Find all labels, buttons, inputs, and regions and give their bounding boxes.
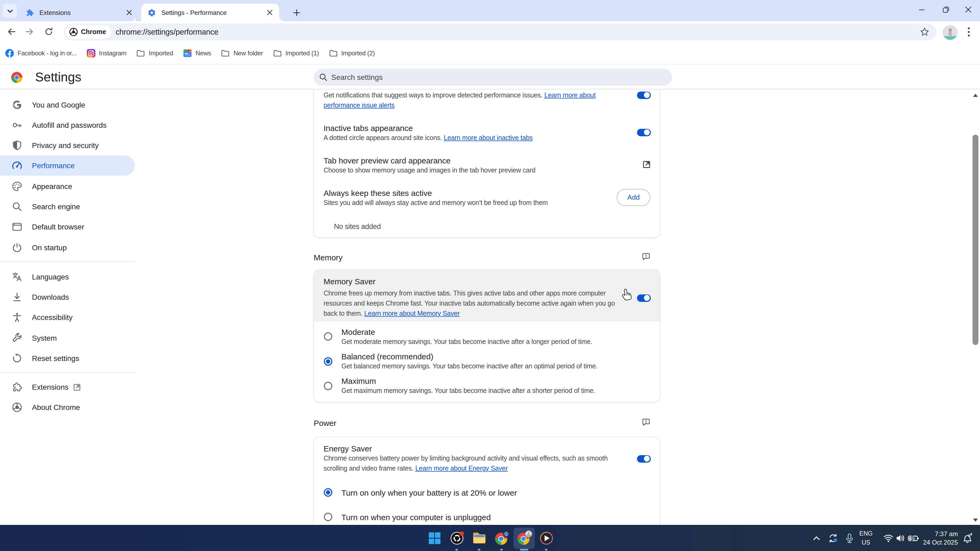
bookmark-folder-imported-2[interactable]: Imported (2) <box>329 49 375 57</box>
address-bar[interactable]: Chrome chrome://settings/performance <box>64 24 936 40</box>
forward-button[interactable] <box>22 24 37 39</box>
chrome-icon <box>513 527 535 549</box>
profile-avatar[interactable] <box>942 25 957 40</box>
radio-battery-20[interactable] <box>324 488 332 497</box>
taskbar-file-explorer-icon[interactable] <box>468 527 490 549</box>
tab-search-button[interactable] <box>3 4 17 18</box>
sidebar-item-downloads[interactable]: Downloads <box>0 287 135 307</box>
window-close-button[interactable] <box>956 0 980 19</box>
tab-close-button[interactable] <box>265 8 274 17</box>
memory-saver-row[interactable]: Memory Saver Chrome frees up memory from… <box>314 270 660 321</box>
new-tab-button[interactable] <box>290 6 304 20</box>
site-chip[interactable]: Chrome <box>65 25 111 39</box>
scrollbar-up-arrow[interactable] <box>971 91 980 100</box>
feedback-icon[interactable] <box>642 418 650 426</box>
sidebar-item-accessibility[interactable]: Accessibility <box>0 307 135 327</box>
sidebar-item-on-startup[interactable]: On startup <box>0 237 135 257</box>
battery-20-option[interactable]: Turn on only when your battery is at 20%… <box>341 487 517 497</box>
tray-language-indicator[interactable]: ENG US <box>857 529 875 547</box>
taskbar-chrome-2-icon-active[interactable] <box>513 527 535 549</box>
puzzle-icon <box>12 382 22 392</box>
sidebar-item-privacy[interactable]: Privacy and security <box>0 135 135 156</box>
balanced-option[interactable]: Balanced (recommended) Get balanced memo… <box>341 351 598 372</box>
option-description: Get balanced memory savings. Your tabs b… <box>341 362 598 372</box>
tab-extensions[interactable]: Extensions <box>19 4 138 21</box>
sidebar-item-about-chrome[interactable]: About Chrome <box>0 397 135 418</box>
start-button[interactable] <box>424 527 445 549</box>
memory-saver-link[interactable]: Learn more about Memory Saver <box>364 310 460 317</box>
tray-sync-icon[interactable] <box>828 533 838 543</box>
window-restore-button[interactable] <box>934 0 958 19</box>
energy-saver-link[interactable]: Learn more about Energy Saver <box>415 465 508 472</box>
sidebar-item-system[interactable]: System <box>0 328 135 348</box>
settings-search-placeholder: Search settings <box>331 69 383 86</box>
bookmark-facebook[interactable]: Facebook - log in or... <box>5 49 77 57</box>
moderate-option[interactable]: Moderate Get moderate memory savings. Yo… <box>341 327 592 347</box>
maximum-option[interactable]: Maximum Get maximum memory savings. Your… <box>341 376 595 396</box>
sidebar-item-performance[interactable]: Performance <box>0 156 135 176</box>
tab-strip: Extensions Settings - Performance <box>0 0 980 21</box>
bookmark-folder-imported[interactable]: Imported <box>137 49 173 57</box>
unplugged-option[interactable]: Turn on when your computer is unplugged <box>341 512 491 522</box>
tab-title: Extensions <box>40 9 121 16</box>
bookmark-folder-new-folder[interactable]: New folder <box>221 49 263 57</box>
back-button[interactable] <box>4 24 19 39</box>
tray-chevron-up[interactable] <box>811 533 822 543</box>
sidebar-item-default-browser[interactable]: Default browser <box>0 217 135 237</box>
memory-saver-toggle[interactable] <box>637 294 651 302</box>
browser-window-icon <box>12 221 22 232</box>
radio-unplugged[interactable] <box>324 513 332 521</box>
tray-microphone-icon[interactable] <box>844 533 854 543</box>
three-dot-menu-icon <box>968 27 970 37</box>
feedback-icon[interactable] <box>642 252 650 260</box>
inactive-tabs-toggle[interactable] <box>637 129 651 136</box>
scrollbar-down-arrow[interactable] <box>971 515 980 524</box>
taskbar-chrome-1-icon[interactable] <box>491 527 512 549</box>
taskbar-media-player-icon[interactable] <box>536 527 557 549</box>
option-title: Maximum <box>341 376 595 386</box>
sidebar-item-search-engine[interactable]: Search engine <box>0 197 135 217</box>
sidebar-item-extensions[interactable]: Extensions <box>0 377 135 397</box>
bookmark-folder-imported-1[interactable]: Imported (1) <box>273 49 319 57</box>
tray-wifi-icon[interactable] <box>883 533 894 543</box>
sidebar-item-appearance[interactable]: Appearance <box>0 176 135 197</box>
tab-settings-performance[interactable]: Settings - Performance <box>141 4 279 21</box>
radio-balanced[interactable] <box>324 357 332 365</box>
sidebar-item-label: Default browser <box>32 222 84 231</box>
tab-close-button[interactable] <box>125 8 133 17</box>
bookmark-star-icon[interactable] <box>920 27 929 37</box>
window-minimize-button[interactable] <box>909 0 934 19</box>
page-scrollbar[interactable] <box>971 89 980 526</box>
scrollbar-thumb[interactable] <box>972 135 978 345</box>
clock-date: 24 Oct 2025 <box>923 538 958 547</box>
browser-toolbar: Chrome chrome://settings/performance <box>0 21 980 42</box>
inactive-tabs-link[interactable]: Learn more about inactive tabs <box>444 134 533 141</box>
tray-battery-icon[interactable] <box>908 533 918 543</box>
tray-clock[interactable]: 7:37 am 24 Oct 2025 <box>923 529 958 547</box>
add-site-button[interactable]: Add <box>617 189 650 206</box>
settings-search-box[interactable]: Search settings <box>314 69 672 86</box>
radio-maximum[interactable] <box>324 381 332 390</box>
bookmark-instagram[interactable]: Instagram <box>87 49 126 57</box>
row-description: Sites you add will always stay active an… <box>323 198 548 208</box>
bookmark-news[interactable]: News <box>183 49 211 57</box>
tray-notification-bell[interactable] <box>961 533 972 543</box>
tray-speaker-icon[interactable] <box>895 533 905 543</box>
chrome-logo <box>11 72 22 83</box>
browser-menu-button[interactable] <box>964 24 973 40</box>
taskbar-obs-icon[interactable] <box>446 527 467 549</box>
sidebar-item-autofill[interactable]: Autofill and passwords <box>0 115 135 135</box>
media-player-icon <box>536 527 557 549</box>
bookmark-label: News <box>196 49 211 57</box>
triangle-up-icon <box>973 94 978 97</box>
reload-button[interactable] <box>41 24 56 39</box>
row-title: Inactive tabs appearance <box>323 123 533 133</box>
performance-alerts-toggle[interactable] <box>637 91 651 99</box>
sidebar-item-reset-settings[interactable]: Reset settings <box>0 348 135 368</box>
sidebar-item-languages[interactable]: Languages <box>0 267 135 287</box>
energy-saver-toggle[interactable] <box>637 455 651 462</box>
open-in-new-icon[interactable] <box>643 160 650 168</box>
radio-moderate[interactable] <box>324 332 332 341</box>
sidebar-item-you-and-google[interactable]: You and Google <box>0 95 135 115</box>
sidebar-item-label: Autofill and passwords <box>32 121 107 129</box>
